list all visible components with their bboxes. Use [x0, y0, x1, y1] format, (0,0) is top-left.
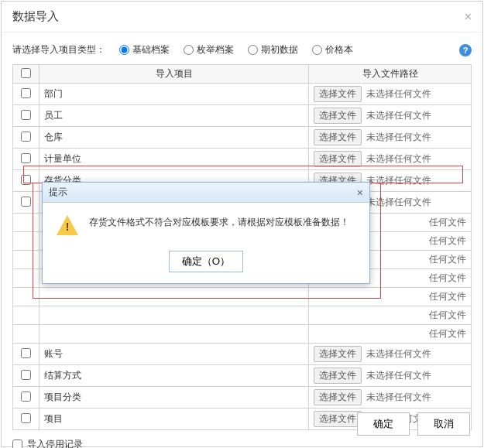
- type-radio[interactable]: [248, 45, 258, 55]
- header-checkbox-col: [13, 65, 39, 84]
- alert-header: 提示 ×: [43, 183, 369, 203]
- no-file-text: 未选择任何文件: [366, 370, 431, 381]
- row-checkbox[interactable]: [21, 153, 31, 163]
- no-file-text: 任何文件: [429, 328, 466, 339]
- row-checkbox-cell: [13, 269, 39, 288]
- row-project-cell: [39, 306, 309, 325]
- type-radio-label: 期初数据: [261, 43, 298, 56]
- table-row: 账号选择文件未选择任何文件: [13, 344, 472, 365]
- row-checkbox[interactable]: [21, 175, 31, 185]
- row-project-cell: 项目: [39, 409, 309, 430]
- type-row: 请选择导入项目类型： 基础档案枚举档案期初数据价格本 ?: [12, 43, 472, 56]
- row-path-cell: 选择文件未选择任何文件: [309, 127, 472, 149]
- type-label: 请选择导入项目类型：: [12, 43, 105, 56]
- row-path-cell: 任何文件: [309, 325, 472, 344]
- row-checkbox[interactable]: [21, 197, 31, 207]
- row-path-cell: 选择文件未选择任何文件: [309, 387, 472, 409]
- row-project-cell: [39, 325, 309, 344]
- alert-ok-button[interactable]: 确定（O）: [169, 251, 243, 272]
- alert-message: 存货文件格式不符合对应模板要求，请根据对应模板准备数据！: [89, 215, 349, 230]
- no-file-text: 任何文件: [429, 272, 466, 283]
- alert-dialog: 提示 × 存货文件格式不符合对应模板要求，请根据对应模板准备数据！ 确定（O）: [42, 182, 370, 284]
- ok-button[interactable]: 确定: [357, 412, 410, 436]
- type-radio-item[interactable]: 价格本: [312, 43, 353, 56]
- table-row: 任何文件: [13, 288, 472, 306]
- row-path-cell: 选择文件未选择任何文件: [309, 105, 472, 127]
- row-checkbox-cell: [13, 409, 39, 430]
- no-file-text: 未选择任何文件: [366, 110, 431, 121]
- row-checkbox-cell: [13, 105, 39, 127]
- row-checkbox-cell: [13, 170, 39, 192]
- type-radio-item[interactable]: 期初数据: [248, 43, 298, 56]
- choose-file-button[interactable]: 选择文件: [314, 368, 362, 384]
- table-row: 任何文件: [13, 306, 472, 325]
- alert-title: 提示: [49, 186, 67, 199]
- select-all-checkbox[interactable]: [21, 68, 31, 78]
- row-checkbox-cell: [13, 288, 39, 306]
- row-project-cell: 仓库: [39, 127, 309, 149]
- type-radio-label: 价格本: [325, 43, 353, 56]
- row-checkbox[interactable]: [21, 413, 31, 423]
- close-icon[interactable]: ×: [465, 10, 472, 24]
- choose-file-button[interactable]: 选择文件: [314, 129, 362, 145]
- row-checkbox[interactable]: [21, 348, 31, 358]
- no-file-text: 未选择任何文件: [366, 348, 431, 359]
- row-path-cell: 选择文件未选择任何文件: [309, 149, 472, 170]
- table-row: 计量单位选择文件未选择任何文件: [13, 149, 472, 170]
- row-checkbox-cell: [13, 84, 39, 105]
- no-file-text: 任何文件: [429, 217, 466, 227]
- row-checkbox[interactable]: [21, 370, 31, 380]
- row-checkbox[interactable]: [21, 132, 31, 142]
- row-checkbox-cell: [13, 365, 39, 387]
- warning-icon: [57, 215, 78, 237]
- type-radio[interactable]: [119, 45, 129, 55]
- cancel-button[interactable]: 取消: [417, 412, 470, 436]
- row-project-cell: [39, 288, 309, 306]
- choose-file-button[interactable]: 选择文件: [314, 346, 362, 362]
- row-checkbox[interactable]: [21, 110, 31, 120]
- no-file-text: 任何文件: [429, 291, 466, 302]
- row-project-cell: 计量单位: [39, 149, 309, 170]
- choose-file-button[interactable]: 选择文件: [314, 86, 362, 102]
- type-radio[interactable]: [184, 45, 194, 55]
- row-path-cell: 任何文件: [309, 288, 472, 306]
- row-checkbox[interactable]: [21, 88, 31, 98]
- row-path-cell: 任何文件: [309, 306, 472, 325]
- type-radio-label: 枚举档案: [197, 43, 234, 56]
- header-project: 导入项目: [39, 65, 309, 84]
- table-row: 结算方式选择文件未选择任何文件: [13, 365, 472, 387]
- import-disabled-label[interactable]: 导入停用记录: [27, 438, 83, 448]
- import-disabled-checkbox[interactable]: [12, 439, 22, 448]
- choose-file-button[interactable]: 选择文件: [314, 151, 362, 167]
- type-radio-item[interactable]: 基础档案: [119, 43, 170, 56]
- no-file-text: 任何文件: [429, 254, 466, 265]
- type-radio-item[interactable]: 枚举档案: [184, 43, 234, 56]
- no-file-text: 未选择任何文件: [366, 392, 431, 402]
- row-project-cell: 员工: [39, 105, 309, 127]
- row-checkbox-cell: [13, 387, 39, 409]
- type-radio[interactable]: [312, 45, 322, 55]
- import-dialog: 数据导入 × 请选择导入项目类型： 基础档案枚举档案期初数据价格本 ? 导入项目…: [1, 1, 483, 447]
- row-project-cell: 项目分类: [39, 387, 309, 409]
- no-file-text: 未选择任何文件: [366, 197, 431, 207]
- alert-body: 存货文件格式不符合对应模板要求，请根据对应模板准备数据！: [43, 203, 369, 245]
- choose-file-button[interactable]: 选择文件: [314, 389, 362, 405]
- row-checkbox-cell: [13, 344, 39, 365]
- import-disabled-row: 导入停用记录: [12, 438, 472, 448]
- row-checkbox-cell: [13, 251, 39, 269]
- row-project-cell: 账号: [39, 344, 309, 365]
- alert-close-icon[interactable]: ×: [357, 186, 363, 199]
- row-checkbox-cell: [13, 232, 39, 251]
- row-checkbox[interactable]: [21, 392, 31, 402]
- type-radio-label: 基础档案: [132, 43, 170, 56]
- table-row: 部门选择文件未选择任何文件: [13, 84, 472, 105]
- row-path-cell: 选择文件未选择任何文件: [309, 365, 472, 387]
- table-row: 员工选择文件未选择任何文件: [13, 105, 472, 127]
- help-icon[interactable]: ?: [459, 44, 472, 56]
- choose-file-button[interactable]: 选择文件: [314, 411, 362, 427]
- row-checkbox-cell: [13, 149, 39, 170]
- row-checkbox-cell: [13, 192, 39, 214]
- no-file-text: 未选择任何文件: [366, 132, 431, 142]
- header-path: 导入文件路径: [309, 65, 472, 84]
- choose-file-button[interactable]: 选择文件: [314, 108, 362, 124]
